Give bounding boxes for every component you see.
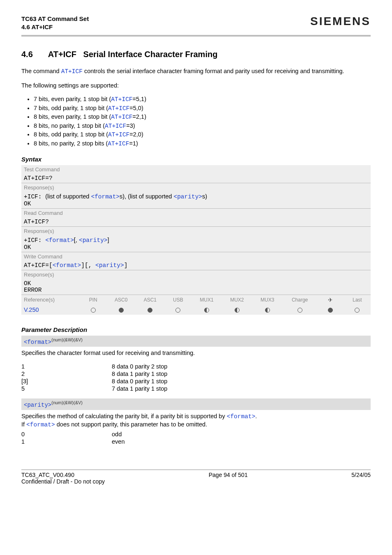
table-row: 57 data 1 parity 1 stop [21, 385, 371, 392]
param-header: <parity>(num)(&W)(&V) [21, 398, 371, 410]
list-item: 8 bits, no parity, 1 stop bit (AT+ICF=3) [34, 122, 371, 131]
param-header: <format>(num)(&W)(&V) [21, 336, 371, 347]
read-command: AT+ICF? [21, 217, 371, 227]
list-item: 7 bits, odd parity, 1 stop bit (AT+ICF=5… [34, 104, 371, 113]
responses-label: Response(s) [21, 183, 371, 192]
settings-list: 7 bits, even parity, 1 stop bit (AT+ICF=… [21, 95, 371, 148]
write-command: AT+ICF=[<format>][, <parity>] [21, 261, 371, 270]
footer-page-number: Page 94 of 501 [209, 472, 248, 485]
list-item: 8 bits, odd parity, 1 stop bit (AT+ICF=2… [34, 131, 371, 139]
status-empty-icon [80, 305, 106, 315]
write-command-label: Write Command [21, 252, 371, 261]
status-empty-icon [283, 305, 317, 315]
list-item: 8 bits, even parity, 1 stop bit (AT+ICF=… [34, 113, 371, 122]
test-command-label: Test Command [21, 165, 371, 174]
table-row: 28 data 1 parity 1 stop [21, 371, 371, 377]
divider [21, 35, 371, 37]
footer-date: 5/24/05 [351, 472, 371, 485]
footer-version: TC63_ATC_V00.490 [21, 472, 105, 478]
footer-confidential: Confidential / Draft - Do not copy [21, 478, 105, 485]
supported-intro: The following settings are supported: [21, 82, 371, 90]
section-heading: 4.6 AT+ICF Serial Interface Character Fr… [21, 50, 371, 59]
doc-subtitle: 4.6 AT+ICF [21, 23, 89, 31]
page-footer: TC63_ATC_V00.490 Confidential / Draft - … [21, 472, 371, 485]
section-number: 4.6 [21, 50, 46, 59]
page-header: TC63 AT Command Set 4.6 AT+ICF SIEMENS [21, 15, 371, 31]
status-full-icon [106, 305, 136, 315]
status-half-icon [252, 305, 283, 315]
section-command: AT+ICF [48, 50, 76, 59]
read-response: +ICF: <format>[, <parity>] OK [21, 235, 371, 252]
responses-label: Response(s) [21, 270, 371, 279]
references-label: Reference(s) [21, 295, 80, 305]
write-response: OKERROR [21, 279, 371, 295]
status-half-icon [191, 305, 222, 315]
intro-paragraph: The command AT+ICF controls the serial i… [21, 67, 371, 76]
doc-title: TC63 AT Command Set [21, 15, 89, 23]
read-command-label: Read Command [21, 208, 371, 217]
table-row: 1even [21, 438, 371, 445]
status-empty-icon [344, 305, 371, 315]
param-format-desc: Specifies the character format used for … [21, 349, 371, 357]
status-full-icon [136, 305, 165, 315]
param-parity-desc: Specifies the method of calculating the … [21, 412, 371, 429]
param-desc-heading: Parameter Description [21, 326, 371, 333]
list-item: 8 bits, no parity, 2 stop bits (AT+ICF=1… [34, 140, 371, 148]
test-command: AT+ICF=? [21, 174, 371, 183]
responses-label: Response(s) [21, 226, 371, 235]
plane-icon: ✈ [317, 295, 344, 305]
param-parity: <parity>(num)(&W)(&V) [21, 398, 371, 410]
syntax-heading: Syntax [21, 156, 371, 163]
table-row: 18 data 0 parity 2 stop [21, 363, 371, 370]
status-half-icon [222, 305, 252, 315]
test-response: +ICF: (list of supported <format>s), (li… [21, 192, 371, 209]
table-row: 0odd [21, 431, 371, 438]
status-empty-icon [165, 305, 191, 315]
reference-link[interactable]: V.250 [24, 306, 39, 313]
list-item: 7 bits, even parity, 1 stop bit (AT+ICF=… [34, 95, 371, 104]
divider [21, 470, 371, 470]
param-format: <format>(num)(&W)(&V) [21, 336, 371, 347]
status-full-icon [317, 305, 344, 315]
cmd-link[interactable]: AT+ICF [61, 68, 83, 75]
section-name: Serial Interface Character Framing [83, 50, 218, 59]
table-row: [3]8 data 0 parity 1 stop [21, 378, 371, 385]
brand-logo: SIEMENS [310, 15, 371, 28]
syntax-table: Test Command AT+ICF=? Response(s) +ICF: … [21, 165, 371, 315]
